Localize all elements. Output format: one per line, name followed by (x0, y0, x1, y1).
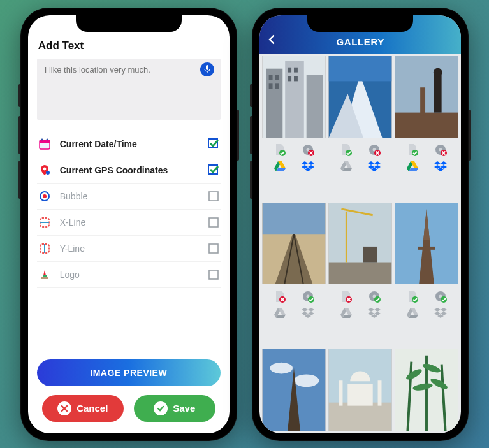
gallery-thumb[interactable] (262, 349, 326, 431)
option-row-gps-pin[interactable]: Current GPS Coordinates (37, 157, 221, 184)
disc-status-icon[interactable] (367, 289, 381, 303)
checkbox[interactable] (208, 269, 219, 280)
doc-status-icon[interactable] (339, 143, 353, 157)
option-label: Current Date/Time (60, 139, 208, 149)
svg-point-130 (270, 362, 293, 373)
svg-rect-3 (40, 140, 50, 143)
svg-rect-28 (269, 83, 273, 89)
save-button[interactable]: Save (134, 395, 215, 422)
svg-rect-21 (209, 270, 218, 279)
doc-status-icon[interactable] (273, 143, 287, 157)
svg-rect-30 (288, 67, 291, 72)
google-drive-icon[interactable] (405, 159, 420, 173)
svg-rect-39 (395, 112, 458, 137)
svg-rect-12 (209, 192, 218, 201)
svg-rect-24 (285, 61, 304, 137)
google-drive-icon[interactable] (339, 306, 353, 320)
disc-status-icon[interactable] (434, 143, 448, 157)
svg-marker-100 (302, 308, 308, 312)
doc-status-icon[interactable] (405, 289, 420, 303)
option-label: Current GPS Coordinates (60, 165, 208, 175)
gallery-title: GALLERY (337, 36, 384, 47)
note-input[interactable] (37, 59, 221, 120)
mic-button[interactable] (200, 62, 214, 76)
gallery-thumb[interactable] (328, 56, 392, 138)
svg-rect-85 (329, 262, 391, 284)
disc-status-icon[interactable] (434, 289, 448, 303)
disc-status-icon[interactable] (301, 289, 315, 303)
gallery-thumb[interactable] (395, 203, 458, 284)
image-preview-button[interactable]: IMAGE PREVIEW (37, 359, 221, 386)
disc-status-icon[interactable] (367, 143, 381, 157)
notch (76, 15, 182, 32)
svg-rect-18 (209, 244, 218, 253)
check-icon (154, 401, 168, 415)
google-drive-icon[interactable] (273, 159, 287, 173)
doc-status-icon[interactable] (339, 289, 353, 303)
thumb-badge-bar (328, 140, 392, 176)
thumb-badge-bar (395, 287, 458, 322)
google-drive-icon[interactable] (339, 159, 353, 173)
svg-marker-62 (368, 161, 374, 165)
dropbox-icon[interactable] (301, 159, 315, 173)
option-row-logo[interactable]: Logo (37, 262, 221, 288)
back-button[interactable] (267, 34, 276, 47)
svg-marker-125 (441, 308, 447, 312)
dropbox-icon[interactable] (434, 159, 448, 173)
save-label: Save (173, 403, 195, 414)
dropbox-icon[interactable] (434, 306, 448, 320)
svg-marker-63 (374, 161, 381, 165)
svg-marker-50 (302, 161, 308, 165)
svg-marker-112 (368, 308, 374, 312)
gallery-thumb[interactable] (262, 203, 326, 284)
thumb-badge-bar (395, 140, 458, 176)
calendar-icon (38, 138, 51, 150)
checkbox[interactable] (208, 164, 219, 176)
close-icon (57, 401, 71, 415)
dropbox-icon[interactable] (367, 306, 381, 320)
checkbox[interactable] (208, 138, 219, 150)
disc-status-icon[interactable] (301, 143, 315, 157)
svg-point-4 (41, 138, 43, 140)
checkbox[interactable] (208, 243, 219, 254)
checkbox[interactable] (208, 217, 219, 228)
dropbox-icon[interactable] (367, 159, 381, 173)
svg-rect-27 (275, 75, 279, 80)
doc-status-icon[interactable] (273, 289, 287, 303)
screen-title: Add Text (38, 40, 221, 52)
svg-marker-101 (308, 308, 314, 312)
dropbox-icon[interactable] (301, 306, 315, 320)
gallery-thumb[interactable] (328, 349, 392, 431)
xline-icon (38, 216, 51, 229)
svg-rect-135 (348, 384, 373, 405)
cancel-button[interactable]: Cancel (42, 395, 124, 422)
gps-pin-icon (38, 164, 51, 177)
google-drive-icon[interactable] (273, 306, 287, 320)
svg-rect-29 (275, 83, 279, 89)
yline-icon (38, 242, 51, 255)
svg-rect-88 (363, 246, 377, 262)
phone-add-text: Add Text Current Date/TimeCurrent GPS Co… (20, 8, 237, 441)
bubble-icon (38, 190, 51, 203)
doc-status-icon[interactable] (405, 143, 420, 157)
svg-rect-23 (266, 68, 283, 137)
option-row-yline[interactable]: Y-Line (37, 236, 221, 262)
svg-point-5 (46, 138, 48, 140)
svg-rect-0 (206, 65, 208, 70)
svg-rect-31 (294, 67, 298, 72)
gallery-thumb[interactable] (328, 203, 392, 284)
svg-rect-92 (418, 246, 435, 249)
svg-rect-37 (329, 56, 391, 81)
svg-point-7 (43, 167, 46, 170)
option-row-bubble[interactable]: Bubble (37, 184, 221, 210)
option-row-calendar[interactable]: Current Date/Time (37, 131, 221, 157)
svg-point-8 (46, 171, 50, 175)
option-row-xline[interactable]: X-Line (37, 210, 221, 236)
gallery-thumb[interactable] (262, 56, 326, 138)
gallery-thumb[interactable] (395, 56, 458, 138)
gallery-thumb[interactable] (395, 349, 458, 431)
notch (307, 15, 413, 32)
svg-rect-20 (41, 277, 48, 279)
google-drive-icon[interactable] (405, 306, 420, 320)
checkbox[interactable] (208, 191, 219, 202)
